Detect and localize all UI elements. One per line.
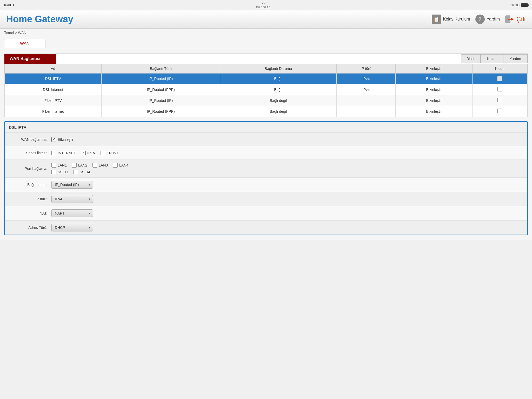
lan3-checkbox[interactable] bbox=[92, 163, 97, 168]
servis-value: INTERNET IPTV TR069 bbox=[51, 151, 118, 155]
detail-row-servis: Servis listesi: INTERNET IPTV TR069 bbox=[5, 146, 527, 160]
ssid1-checkbox[interactable] bbox=[51, 170, 56, 174]
lan2-checkbox[interactable] bbox=[72, 163, 77, 168]
detail-section: DSL IPTV WAN bağlantısı: Etkinleştir Ser… bbox=[4, 121, 528, 235]
cell-type: IP_Routed (PPP) bbox=[102, 106, 220, 117]
cell-ip bbox=[336, 95, 396, 106]
tr069-checkbox[interactable] bbox=[101, 151, 105, 155]
adres-label: Adres Türü: bbox=[10, 225, 51, 230]
detail-row-nat: NAT: NAPT bbox=[5, 206, 527, 221]
col-baglanti-durumu: Bağlantı Durumu bbox=[220, 64, 336, 74]
lan1-checkbox[interactable] bbox=[51, 163, 56, 168]
detail-row-ip: IP türü: IPv4 bbox=[5, 192, 527, 206]
nat-value: NAPT bbox=[51, 209, 93, 217]
table-row[interactable]: DSL Internet IP_Routed (PPP) Bağlı IPv4 … bbox=[5, 84, 528, 95]
nat-label: NAT: bbox=[10, 211, 51, 215]
cikis-button[interactable]: Çık bbox=[505, 15, 526, 24]
status-bar: iPad ✦ 15:25 192.168.1.1 %100 bbox=[0, 0, 532, 10]
lan4-label: LAN4 bbox=[119, 163, 128, 167]
tab-wan[interactable]: WAN bbox=[4, 39, 45, 48]
cell-remove[interactable] bbox=[472, 74, 527, 84]
tr069-group[interactable]: TR069 bbox=[101, 151, 118, 155]
cell-status: Bağlı değil bbox=[220, 106, 336, 117]
lan4-group[interactable]: LAN4 bbox=[113, 163, 128, 168]
kolay-label: Kolay Kurulum bbox=[443, 17, 470, 22]
cell-enable[interactable]: Etkinleştir bbox=[396, 84, 472, 95]
yardim-button[interactable]: ? Yardım bbox=[475, 15, 500, 24]
btn-kaldir[interactable]: Kaldır bbox=[481, 54, 503, 63]
ip-value: IPv4 bbox=[51, 195, 93, 203]
wan-enable-group[interactable]: Etkinleştir bbox=[51, 137, 74, 142]
ssid4-checkbox[interactable] bbox=[73, 170, 78, 174]
adres-dropdown[interactable]: DHCP bbox=[51, 224, 93, 231]
lan1-group[interactable]: LAN1 bbox=[51, 163, 67, 168]
ip-label: IP türü: bbox=[10, 197, 51, 201]
iptv-group[interactable]: IPTV bbox=[81, 151, 95, 155]
remove-checkbox[interactable] bbox=[497, 98, 502, 102]
cell-ip: IPv4 bbox=[336, 74, 396, 84]
tr069-label: TR069 bbox=[107, 151, 118, 155]
detail-row-wan: WAN bağlantısı: Etkinleştir bbox=[5, 133, 527, 146]
ip-dropdown[interactable]: IPv4 bbox=[51, 195, 93, 203]
cell-remove[interactable] bbox=[472, 84, 527, 95]
remove-checkbox[interactable] bbox=[497, 87, 502, 91]
kolay-kurulum-button[interactable]: Kolay Kurulum bbox=[432, 15, 470, 24]
cell-enable[interactable]: Etkinleştir bbox=[396, 95, 472, 106]
iptv-label: IPTV bbox=[87, 151, 95, 155]
table-row[interactable]: Fiber IPTV IP_Routed (IP) Bağlı değil Et… bbox=[5, 95, 528, 106]
cell-ip bbox=[336, 106, 396, 117]
table-row[interactable]: Fiber Internet IP_Routed (PPP) Bağlı değ… bbox=[5, 106, 528, 117]
cell-remove[interactable] bbox=[472, 106, 527, 117]
status-time: 15:25 192.168.1.1 bbox=[256, 1, 271, 9]
ssid4-group[interactable]: SSID4 bbox=[73, 170, 90, 174]
yardim-icon: ? bbox=[475, 15, 485, 24]
app-title: Home Gateway bbox=[6, 14, 73, 25]
lan3-group[interactable]: LAN3 bbox=[92, 163, 108, 168]
ssid1-group[interactable]: SSID1 bbox=[51, 170, 68, 174]
remove-checkbox[interactable] bbox=[497, 109, 502, 113]
iptv-checkbox[interactable] bbox=[81, 151, 86, 155]
wan-table-header: WAN Bağlantısı Yeni Kaldır Yardım bbox=[4, 54, 528, 64]
ssid1-label: SSID1 bbox=[58, 170, 68, 174]
wan-enable-label: Etkinleştir bbox=[58, 137, 74, 142]
cell-type: IP_Routed (PPP) bbox=[102, 84, 220, 95]
cell-type: IP_Routed (IP) bbox=[102, 74, 220, 84]
wan-data-table: Ad Bağlantı Türü Bağlantı Durumu IP türü… bbox=[4, 64, 528, 117]
port-label: Port bağlama: bbox=[10, 167, 51, 171]
cell-remove[interactable] bbox=[472, 95, 527, 106]
lan2-label: LAN2 bbox=[78, 163, 87, 167]
wan-enable-checkbox[interactable] bbox=[51, 137, 56, 142]
wan-table-title: WAN Bağlantısı bbox=[4, 54, 56, 64]
yardim-label: Yardım bbox=[487, 17, 500, 22]
btn-yardim[interactable]: Yardım bbox=[503, 54, 528, 63]
adres-value: DHCP bbox=[51, 224, 93, 231]
wan-table-actions: Yeni Kaldır Yardım bbox=[461, 54, 528, 63]
btn-yeni[interactable]: Yeni bbox=[461, 54, 481, 63]
lan4-checkbox[interactable] bbox=[113, 163, 118, 168]
detail-row-port: Port bağlama: LAN1 LAN2 LAN3 bbox=[5, 160, 527, 178]
lan2-group[interactable]: LAN2 bbox=[72, 163, 87, 168]
col-ip-turu: IP türü bbox=[336, 64, 396, 74]
internet-group[interactable]: INTERNET bbox=[51, 151, 76, 155]
cell-status: Bağlı bbox=[220, 74, 336, 84]
cell-status: Bağlı değil bbox=[220, 95, 336, 106]
detail-row-adres: Adres Türü: DHCP bbox=[5, 221, 527, 235]
col-ad: Ad bbox=[5, 64, 102, 74]
cikis-icon bbox=[505, 15, 514, 24]
wan-section: WAN Bağlantısı Yeni Kaldır Yardım Ad Bağ… bbox=[4, 54, 528, 117]
internet-checkbox[interactable] bbox=[51, 151, 56, 155]
baglanti-value: IP_Routed (IP) bbox=[51, 181, 93, 189]
cell-enable[interactable]: Etkinleştir bbox=[396, 74, 472, 84]
tabs-container: WAN bbox=[0, 37, 532, 48]
table-row[interactable]: DSL IPTV IP_Routed (IP) Bağlı IPv4 Etkin… bbox=[5, 74, 528, 84]
baglanti-dropdown[interactable]: IP_Routed (IP) bbox=[51, 181, 93, 189]
detail-row-baglanti: Bağlantı tipi: IP_Routed (IP) bbox=[5, 178, 527, 192]
cell-enable[interactable]: Etkinleştir bbox=[396, 106, 472, 117]
lan1-label: LAN1 bbox=[58, 163, 67, 167]
nat-dropdown[interactable]: NAPT bbox=[51, 209, 93, 217]
remove-checkbox[interactable] bbox=[497, 76, 502, 81]
detail-title: DSL IPTV bbox=[5, 122, 527, 133]
cell-name: Fiber Internet bbox=[5, 106, 102, 117]
ssid4-label: SSID4 bbox=[79, 170, 90, 174]
cell-ip: IPv4 bbox=[336, 84, 396, 95]
